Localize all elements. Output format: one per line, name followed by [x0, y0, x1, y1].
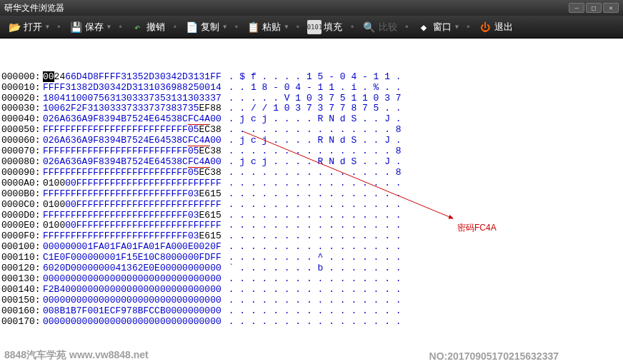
- hex-row[interactable]: 000060: 026A 636A 9F83 94B7 524E 6453 8C…: [1, 136, 622, 146]
- fill-button[interactable]: 0101 填充: [304, 19, 345, 36]
- hex-row[interactable]: 000070: FFFF FFFF FFFF FFFF FFFF FFFF FF…: [1, 146, 622, 157]
- hex-row[interactable]: 000100: 0000 0000 1FA0 1FA0 1FA0 1FA0 00…: [1, 242, 622, 253]
- hex-row[interactable]: 000090: FFFF FFFF FFFF FFFF FFFF FFFF FF…: [1, 168, 622, 178]
- hex-row[interactable]: 000020: 1804 1100 0756 3130 3337 3531 31…: [1, 93, 622, 104]
- undo-button[interactable]: ↶ 撤销: [127, 19, 168, 36]
- toolbar: 📂 打开 ▼ • 💾 保存 ▼ • ↶ 撤销 • 📄 复制 ▼ • 📋 粘贴 ▼…: [0, 16, 623, 39]
- save-icon: 💾: [69, 20, 83, 34]
- hex-row[interactable]: 000000: 0024 66D4 D8FF FF31 352D 3034 2D…: [1, 72, 622, 83]
- hex-row[interactable]: 0000A0: 0100 00FF FFFF FFFF FFFF FFFF FF…: [1, 178, 622, 189]
- undo-icon: ↶: [130, 20, 144, 34]
- paste-button[interactable]: 📋 粘贴 ▼: [243, 19, 291, 36]
- watermark-left: 8848汽车学苑 www.vw8848.net: [4, 349, 149, 362]
- hex-row[interactable]: 0000E0: 0100 00FF FFFF FFFF FFFF FFFF FF…: [1, 221, 622, 231]
- password-annotation: 密码FC4A: [457, 223, 497, 233]
- fill-icon: 0101: [307, 20, 322, 34]
- hex-row[interactable]: 0000F0: FFFF FFFF FFFF FFFF FFFF FFFF FF…: [1, 231, 622, 242]
- compare-icon: 🔍: [362, 20, 377, 34]
- hex-editor[interactable]: 密码FC4A 000000: 0024 66D4 D8FF FF31 352D …: [0, 39, 623, 328]
- chevron-down-icon: ▼: [223, 24, 226, 30]
- open-button[interactable]: 📂 打开 ▼: [4, 19, 52, 36]
- hex-row[interactable]: 000130: 0000 0000 0000 0000 0000 0000 00…: [1, 274, 622, 285]
- exit-button[interactable]: ⏻ 退出: [475, 19, 516, 36]
- hex-row[interactable]: 000030: 1006 2F2F 3130 3337 3337 3738 37…: [1, 103, 622, 114]
- hex-row[interactable]: 000110: C1E0 F000 0000 01F1 5E10 C800 00…: [1, 253, 622, 263]
- chevron-down-icon: ▼: [455, 24, 459, 30]
- paste-icon: 📋: [246, 20, 260, 34]
- hex-row[interactable]: 000040: 026A 636A 9F83 94B7 524E 6453 8C…: [1, 114, 622, 125]
- hex-row[interactable]: 000050: FFFF FFFF FFFF FFFF FFFF FFFF FF…: [1, 125, 622, 136]
- chevron-down-icon: ▼: [107, 24, 111, 30]
- watermark-right: NO:20170905170215632337: [429, 350, 559, 362]
- titlebar: 研华文件浏览器 — □ ✕: [0, 0, 623, 16]
- chevron-down-icon: ▼: [284, 24, 288, 30]
- window-icon: ◆: [417, 20, 431, 34]
- save-button[interactable]: 💾 保存 ▼: [66, 19, 114, 36]
- window-controls: — □ ✕: [569, 3, 619, 13]
- maximize-button[interactable]: □: [586, 3, 602, 13]
- hex-row[interactable]: 000120: 6020 D000 0000 0413 62E0 E000 00…: [1, 263, 622, 274]
- hex-row[interactable]: 000140: F2B4 0000 0000 0000 0000 0000 00…: [1, 285, 622, 295]
- hex-row[interactable]: 0000C0: 0100 00FF FFFF FFFF FFFF FFFF FF…: [1, 200, 622, 211]
- hex-row[interactable]: 0000B0: FFFF FFFF FFFF FFFF FFFF FFFF FF…: [1, 189, 622, 200]
- power-icon: ⏻: [478, 20, 492, 34]
- chevron-down-icon: ▼: [46, 24, 49, 30]
- compare-button[interactable]: 🔍 比较: [359, 19, 400, 36]
- hex-row[interactable]: 0000D0: FFFF FFFF FFFF FFFF FFFF FFFF FF…: [1, 211, 622, 221]
- copy-button[interactable]: 📄 复制 ▼: [181, 19, 229, 36]
- copy-icon: 📄: [184, 20, 199, 34]
- hex-row[interactable]: 000160: 008B 1B7F 001E CF97 8BFC CB00 00…: [1, 306, 622, 317]
- hex-row[interactable]: 000010: FFFF 3138 2D30 342D 3131 0369 88…: [1, 83, 622, 93]
- window-button[interactable]: ◆ 窗口 ▼: [414, 19, 462, 36]
- hex-row[interactable]: 000080: 026A 636A 9F83 94B7 524E 6453 8C…: [1, 157, 622, 168]
- hex-row[interactable]: 000170: 0000 0000 0000 0000 0000 0000 00…: [1, 317, 622, 328]
- minimize-button[interactable]: —: [569, 3, 584, 13]
- folder-open-icon: 📂: [7, 20, 21, 34]
- close-button[interactable]: ✕: [603, 3, 619, 13]
- hex-row[interactable]: 000150: 0000 0000 0000 0000 0000 0000 00…: [1, 295, 622, 306]
- window-title: 研华文件浏览器: [4, 2, 64, 14]
